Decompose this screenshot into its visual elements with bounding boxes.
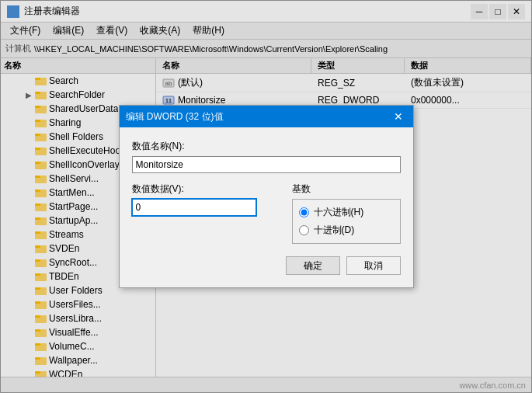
watermark: www.cfan.com.cn bbox=[459, 381, 526, 390]
radio-dec-label: 十进制(D) bbox=[314, 224, 355, 237]
dialog-edit-dword: 编辑 DWORD (32 位)值 ✕ 数值名称(N): 数值数据(V): 基数 bbox=[119, 105, 414, 288]
dialog-value-section: 数值数据(V): bbox=[132, 183, 280, 244]
dialog-name-label: 数值名称(N): bbox=[132, 140, 401, 153]
radio-dec[interactable] bbox=[299, 225, 309, 235]
dialog-close-button[interactable]: ✕ bbox=[390, 109, 407, 124]
dialog-base-label: 基数 bbox=[292, 183, 401, 196]
dialog-value-label: 数值数据(V): bbox=[132, 183, 280, 196]
modal-overlay: 编辑 DWORD (32 位)值 ✕ 数值名称(N): 数值数据(V): 基数 bbox=[0, 0, 532, 393]
dialog-cancel-button[interactable]: 取消 bbox=[346, 256, 401, 275]
dialog-name-input[interactable] bbox=[132, 156, 401, 173]
dialog-title-text: 编辑 DWORD (32 位)值 bbox=[126, 110, 390, 123]
dialog-confirm-button[interactable]: 确定 bbox=[286, 256, 340, 275]
dialog-body: 数值名称(N): 数值数据(V): 基数 十六进制(H) bbox=[120, 127, 413, 287]
radio-dec-option[interactable]: 十进制(D) bbox=[299, 224, 394, 237]
radio-hex[interactable] bbox=[299, 207, 309, 217]
dialog-value-row: 数值数据(V): 基数 十六进制(H) 十进制(D) bbox=[132, 183, 401, 244]
dialog-title-bar: 编辑 DWORD (32 位)值 ✕ bbox=[120, 106, 413, 127]
radio-hex-option[interactable]: 十六进制(H) bbox=[299, 206, 394, 219]
dialog-buttons: 确定 取消 bbox=[132, 256, 401, 275]
radio-hex-label: 十六进制(H) bbox=[314, 206, 364, 219]
dialog-value-input[interactable] bbox=[132, 199, 256, 216]
dialog-base-group: 基数 十六进制(H) 十进制(D) bbox=[292, 183, 401, 244]
dialog-base-options: 十六进制(H) 十进制(D) bbox=[292, 199, 401, 244]
